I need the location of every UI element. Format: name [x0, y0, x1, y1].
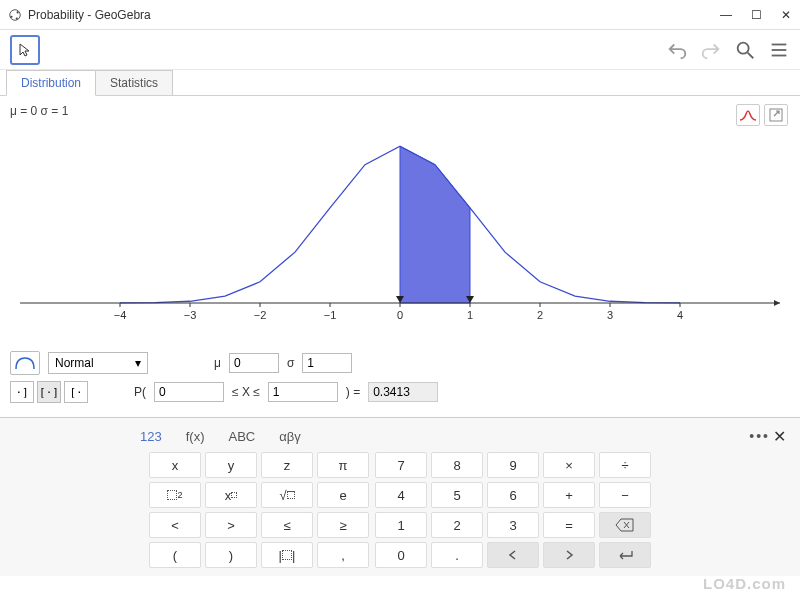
key-2[interactable]: 2 — [431, 512, 483, 538]
svg-point-1 — [10, 15, 12, 17]
kb-tab-123[interactable]: 123 — [140, 429, 162, 444]
svg-text:2: 2 — [537, 309, 543, 321]
left-interval-button[interactable]: [· — [64, 381, 88, 403]
p-open: P( — [134, 385, 146, 399]
key-enter[interactable] — [599, 542, 651, 568]
probability-result: 0.3413 — [368, 382, 438, 402]
p-close: ) = — [346, 385, 360, 399]
toggle-curve-button[interactable] — [736, 104, 760, 126]
key-0[interactable]: 0 — [375, 542, 427, 568]
kb-tab-abc[interactable]: ABC — [228, 429, 255, 444]
undo-icon[interactable] — [666, 39, 688, 61]
key-6[interactable]: 6 — [487, 482, 539, 508]
tab-statistics[interactable]: Statistics — [95, 70, 173, 95]
key-8[interactable]: 8 — [431, 452, 483, 478]
titlebar: Probability - GeoGebra — ☐ ✕ — [0, 0, 800, 30]
key-)[interactable]: ) — [205, 542, 257, 568]
key-=[interactable]: = — [543, 512, 595, 538]
tab-distribution[interactable]: Distribution — [6, 70, 96, 96]
redo-icon[interactable] — [700, 39, 722, 61]
search-icon[interactable] — [734, 39, 756, 61]
low-bound-input[interactable] — [154, 382, 224, 402]
key->[interactable]: > — [205, 512, 257, 538]
key-4[interactable]: 4 — [375, 482, 427, 508]
key-≤[interactable]: ≤ — [261, 512, 313, 538]
key-−[interactable]: − — [599, 482, 651, 508]
svg-text:−1: −1 — [324, 309, 337, 321]
key-y[interactable]: y — [205, 452, 257, 478]
key-e[interactable]: e — [317, 482, 369, 508]
watermark: LO4D.com — [703, 575, 786, 592]
key-1[interactable]: 1 — [375, 512, 427, 538]
mu-label: μ — [214, 356, 221, 370]
key-comma[interactable]: , — [317, 542, 369, 568]
tabs: Distribution Statistics — [0, 70, 800, 96]
key-≥[interactable]: ≥ — [317, 512, 369, 538]
key-+[interactable]: + — [543, 482, 595, 508]
high-bound-input[interactable] — [268, 382, 338, 402]
window-title: Probability - GeoGebra — [28, 8, 720, 22]
key-sq[interactable]: 2 — [149, 482, 201, 508]
menu-icon[interactable] — [768, 39, 790, 61]
maximize-button[interactable]: ☐ — [750, 8, 762, 22]
params-text: μ = 0 σ = 1 — [10, 104, 790, 118]
sigma-input[interactable] — [302, 353, 352, 373]
close-button[interactable]: ✕ — [780, 8, 792, 22]
key-7[interactable]: 7 — [375, 452, 427, 478]
key-sqrt[interactable]: √ — [261, 482, 313, 508]
pointer-icon — [17, 42, 33, 58]
key-π[interactable]: π — [317, 452, 369, 478]
key-bksp[interactable] — [599, 512, 651, 538]
right-interval-button[interactable]: ·] — [10, 381, 34, 403]
key-([interactable]: ( — [149, 542, 201, 568]
toolbar — [0, 30, 800, 70]
kb-tab-greek[interactable]: αβγ — [279, 429, 301, 444]
key-absbox[interactable]: || — [261, 542, 313, 568]
svg-point-4 — [738, 42, 749, 53]
curve-type-button[interactable] — [10, 351, 40, 375]
content-area: μ = 0 σ = 1 −4−3−2−101234 — [0, 96, 800, 349]
export-button[interactable] — [764, 104, 788, 126]
between-label: ≤ X ≤ — [232, 385, 260, 399]
svg-text:−2: −2 — [254, 309, 267, 321]
key-z[interactable]: z — [261, 452, 313, 478]
key-<[interactable]: < — [149, 512, 201, 538]
svg-text:0: 0 — [397, 309, 403, 321]
distribution-value: Normal — [55, 356, 94, 370]
svg-text:−4: −4 — [114, 309, 127, 321]
key-9[interactable]: 9 — [487, 452, 539, 478]
svg-text:3: 3 — [607, 309, 613, 321]
key-5[interactable]: 5 — [431, 482, 483, 508]
distribution-chart: −4−3−2−101234 — [10, 118, 790, 338]
move-tool[interactable] — [10, 35, 40, 65]
key-xpow[interactable]: x — [205, 482, 257, 508]
key-.[interactable]: . — [431, 542, 483, 568]
key-left[interactable] — [487, 542, 539, 568]
key-x[interactable]: x — [149, 452, 201, 478]
svg-text:1: 1 — [467, 309, 473, 321]
chevron-down-icon: ▾ — [135, 356, 141, 370]
svg-text:4: 4 — [677, 309, 683, 321]
key-3[interactable]: 3 — [487, 512, 539, 538]
key-×[interactable]: × — [543, 452, 595, 478]
svg-point-3 — [16, 17, 18, 19]
svg-point-0 — [10, 9, 21, 20]
sigma-label: σ — [287, 356, 294, 370]
both-interval-button[interactable]: [·] — [37, 381, 61, 403]
minimize-button[interactable]: — — [720, 8, 732, 22]
kb-tab-fx[interactable]: f(x) — [186, 429, 205, 444]
app-icon — [8, 8, 22, 22]
key-right[interactable] — [543, 542, 595, 568]
svg-line-5 — [748, 52, 754, 58]
distribution-select[interactable]: Normal ▾ — [48, 352, 148, 374]
svg-point-2 — [17, 11, 19, 13]
kb-close-button[interactable]: ✕ — [773, 427, 786, 446]
key-÷[interactable]: ÷ — [599, 452, 651, 478]
controls-panel: Normal ▾ μ σ ·] [·] [· P( ≤ X ≤ ) = 0.34… — [0, 349, 800, 417]
mu-input[interactable] — [229, 353, 279, 373]
virtual-keyboard: 123 f(x) ABC αβγ ••• ✕ xyzπ2x√e<>≤≥()||,… — [0, 417, 800, 576]
svg-text:−3: −3 — [184, 309, 197, 321]
